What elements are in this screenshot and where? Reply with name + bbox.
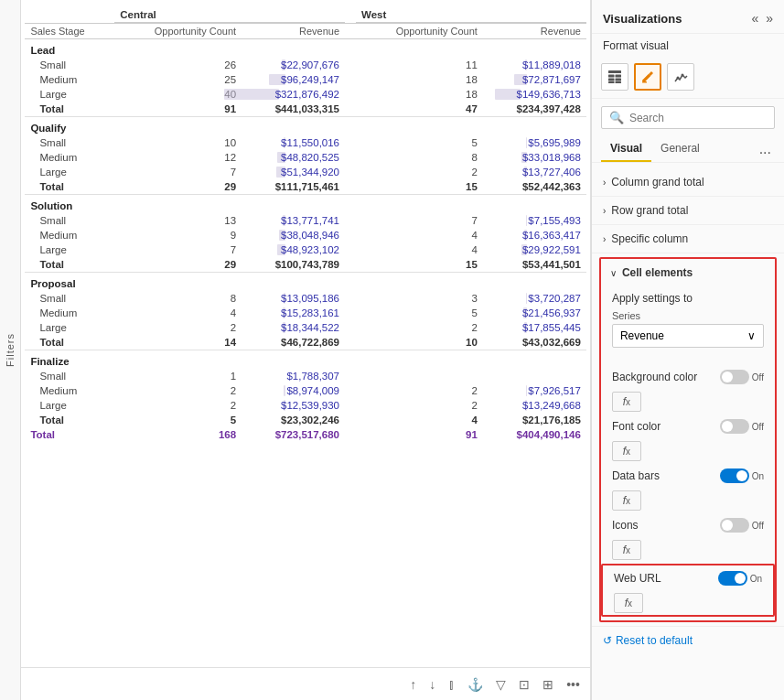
data-bars-knob: [736, 470, 747, 481]
data-bars-toggle[interactable]: On: [720, 468, 764, 483]
filter-icon[interactable]: ▽: [493, 675, 509, 694]
table-panel: Central West Sales Stage Opportunity Cou…: [21, 0, 591, 700]
accordion-cell-elements-header[interactable]: ∨ Cell elements: [601, 259, 775, 286]
west-opp-header: Opportunity Count: [356, 23, 483, 39]
data-bars-track[interactable]: [720, 468, 749, 483]
font-color-toggle[interactable]: Off: [720, 419, 764, 434]
icons-knob: [722, 520, 733, 531]
background-color-row: Background color Off: [601, 364, 775, 390]
svg-point-9: [681, 74, 683, 77]
table-row: Medium 2 $8,974,009 2 $7,926,517: [25, 383, 586, 398]
central-rev-header: Revenue: [242, 23, 345, 39]
expand-icon[interactable]: ⊞: [540, 675, 556, 694]
icons-state: Off: [752, 521, 764, 531]
svg-rect-3: [608, 79, 615, 81]
section-name: Lead: [25, 39, 114, 59]
expand-viz-button[interactable]: »: [764, 9, 775, 27]
analytics-button[interactable]: [667, 63, 694, 91]
section-header-row: Lead: [25, 39, 586, 59]
web-url-fx[interactable]: fx: [614, 593, 643, 613]
table-row: Large 2 $18,344,522 2 $17,855,445: [25, 320, 586, 335]
west-group-header: West: [356, 7, 586, 23]
table-row: Large 2 $12,539,930 2 $13,249,668: [25, 398, 586, 413]
font-color-fx[interactable]: fx: [612, 441, 641, 461]
tab-visual[interactable]: Visual: [601, 136, 651, 162]
font-color-track[interactable]: [720, 419, 749, 434]
apply-settings-label: Apply settings to: [612, 292, 764, 305]
collapse-viz-button[interactable]: «: [749, 9, 760, 27]
icons-toggle[interactable]: Off: [720, 518, 764, 533]
filters-sidebar[interactable]: Filters: [0, 0, 21, 700]
web-url-knob: [735, 573, 746, 584]
anchor-icon[interactable]: ⚓: [465, 675, 486, 694]
table-row: Small 1 $1,788,307: [25, 369, 586, 383]
table-row: Small 8 $13,095,186 3 $3,720,287: [25, 291, 586, 306]
web-url-toggle[interactable]: On: [718, 571, 762, 586]
bar-chart-icon[interactable]: ⊡: [516, 675, 532, 694]
row-grand-total-label: Row grand total: [611, 204, 688, 217]
svg-rect-1: [608, 75, 615, 78]
section-total-row: Total 29 $100,743,789 15 $53,441,501: [25, 257, 586, 273]
chevron-down-icon: ∨: [610, 268, 617, 278]
format-paint-button[interactable]: [634, 63, 661, 91]
column-icon[interactable]: ⫿: [446, 675, 457, 694]
background-color-knob: [722, 372, 733, 382]
tab-more[interactable]: ...: [756, 137, 775, 161]
background-color-label: Background color: [612, 371, 697, 383]
search-input[interactable]: [629, 112, 767, 124]
reset-label: Reset to default: [616, 634, 693, 647]
viz-header: Visualizations « »: [592, 0, 784, 34]
data-bars-fx[interactable]: fx: [612, 490, 641, 511]
background-color-state: Off: [752, 372, 764, 382]
table-row: Large 7 $51,344,920 2 $13,727,406: [25, 165, 586, 179]
viz-icon-row: [592, 56, 784, 99]
sort-up-icon[interactable]: ↑: [407, 675, 419, 694]
table-row: Small 10 $11,550,016 5 $5,695,989: [25, 135, 586, 150]
central-opp-header: Opportunity Count: [114, 23, 242, 39]
table-scroll: Central West Sales Stage Opportunity Cou…: [21, 0, 590, 667]
search-icon: 🔍: [609, 111, 624, 124]
section-header-row: Finalize: [25, 350, 586, 370]
accordion-row-grand-total-header[interactable]: › Row grand total: [592, 197, 784, 224]
data-bars-row: Data bars On: [601, 463, 775, 489]
sep1: [345, 7, 356, 23]
icons-track[interactable]: [720, 518, 749, 533]
section-header-row: Solution: [25, 195, 586, 214]
icons-fx[interactable]: fx: [612, 540, 641, 560]
section-total-row: Total 14 $46,722,869 10 $43,032,669: [25, 335, 586, 350]
section-header-row: Qualify: [25, 117, 586, 136]
series-label: Series: [612, 310, 764, 321]
tab-general[interactable]: General: [651, 136, 709, 162]
reset-icon: ↺: [603, 634, 612, 647]
table-view-button[interactable]: [601, 63, 628, 91]
accordion-cell-elements: ∨ Cell elements Apply settings to Series…: [599, 257, 777, 622]
background-color-toggle[interactable]: Off: [720, 370, 764, 384]
icons-toggle-label: Icons: [612, 519, 639, 532]
web-url-state: On: [750, 574, 762, 584]
sort-down-icon[interactable]: ↓: [426, 675, 438, 694]
data-bars-state: On: [752, 471, 764, 481]
font-color-label: Font color: [612, 420, 660, 433]
accordion-column-grand-total-header[interactable]: › Column grand total: [592, 168, 784, 196]
reset-to-default-button[interactable]: ↺ Reset to default: [592, 626, 784, 654]
section-name: Finalize: [25, 350, 114, 370]
section-name: Solution: [25, 195, 114, 214]
filters-label: Filters: [5, 333, 16, 367]
svg-rect-0: [608, 70, 621, 73]
background-color-track[interactable]: [720, 370, 749, 384]
svg-rect-4: [615, 79, 621, 81]
viz-search-box: 🔍: [601, 106, 775, 129]
more-icon[interactable]: •••: [564, 675, 583, 694]
series-dropdown[interactable]: Revenue ∨: [612, 324, 764, 348]
format-visual-label: Format visual: [592, 34, 784, 56]
web-url-track[interactable]: [718, 571, 747, 586]
viz-panel: Visualizations « » Format visual: [591, 0, 784, 700]
background-color-fx[interactable]: fx: [612, 392, 641, 412]
specific-column-label: Specific column: [611, 232, 688, 245]
sep2: [345, 23, 356, 39]
series-value: Revenue: [620, 329, 664, 342]
sales-stage-col: Sales Stage: [25, 23, 114, 39]
accordion-specific-column-header[interactable]: › Specific column: [592, 225, 784, 253]
svg-rect-2: [615, 75, 621, 78]
chevron-down-dropdown-icon: ∨: [747, 329, 756, 342]
